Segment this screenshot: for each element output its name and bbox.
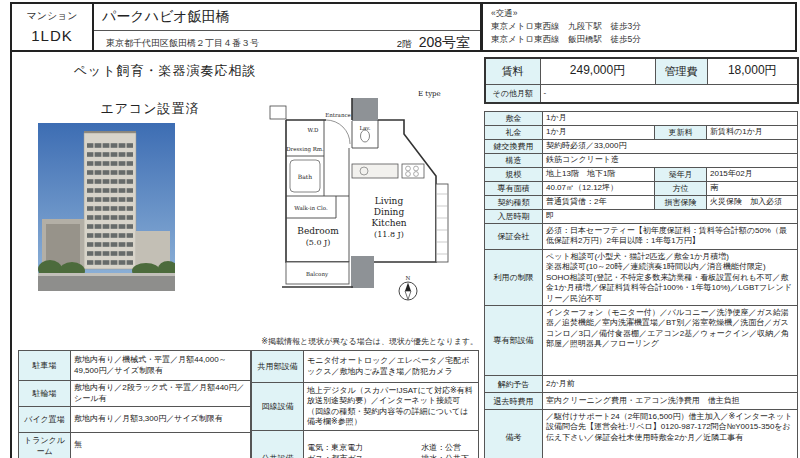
floor-room: 2階208号室 (397, 34, 470, 52)
row-value: 2か月前 (543, 376, 798, 393)
row-value: 即 (543, 210, 798, 224)
property-category: マンション (12, 9, 92, 23)
utilities-right: 水道：公営 排水：公共下水 (421, 443, 475, 458)
sidewalk (38, 273, 175, 276)
row-label: トランクルーム (19, 433, 71, 458)
row-label: 専有面積 (485, 182, 543, 196)
side-terrace (436, 184, 448, 262)
rent-label: 賃料 (485, 58, 540, 84)
rent-value: 249,000円 (540, 58, 655, 84)
kitchen-counter (352, 164, 398, 178)
facilities-table: 共用部設備モニタ付オートロック／エレベータ／宅配ボックス／敷地内ごみ置き場／防犯… (251, 350, 479, 458)
bath-label: Bath (298, 173, 312, 180)
property-sheet: マンション 1LDK パークハビオ飯田橋 東京都千代田区飯田橋２丁目４番３号 2… (0, 0, 800, 458)
balcony-label: Balcony (306, 271, 329, 278)
floor-plan: E type Entra (256, 84, 462, 334)
row-value: ペット相談可(小型犬・猫計2匹迄／敷金1か月積増) 楽器相談可(10～20時／連… (543, 250, 798, 306)
row-value: 室内クリーニング費用・エアコン洗浄費用 借主負担 (543, 393, 798, 410)
row-label: 入居時期 (485, 210, 543, 224)
row-value: 敷地内有り／2段ラック式・平置／月額440円／シール有 (71, 381, 251, 407)
row-value: 無 (71, 433, 251, 458)
room-number: 208号室 (419, 34, 470, 50)
disclaimer-note: ※掲載情報と現状が異なる場合は、現状が優先となります。 (180, 336, 478, 347)
row-value: 敷地内有り／機械式・平置／月額44,000～49,500円／サイズ制限有 (71, 351, 251, 381)
management-fee-label: 管理費 (655, 58, 707, 84)
row-value: 1か月 (543, 112, 798, 126)
row-value: 必須：日本セーフティー【初年度保証料：賃料等合計額の50%（最低保証料2万円）2… (543, 224, 798, 250)
toilet (361, 130, 370, 142)
floor-number: 2階 (397, 38, 412, 49)
ldk-label: Living Dining Kitchen (11.8 J) (371, 196, 406, 239)
svg-text:N: N (406, 275, 411, 281)
other-monthly-value: - (540, 84, 798, 103)
neighbour-block-top (352, 98, 378, 121)
transport-heading: «交通» (491, 7, 787, 20)
sheet-left-border (10, 52, 12, 458)
row-label: 専有部設備 (485, 306, 543, 376)
building-left-facade (46, 224, 80, 266)
parking-table: 駐車場敷地内有り／機械式・平置／月額44,000～49,500円／サイズ制限有 … (18, 350, 251, 458)
compass-icon: N (399, 275, 417, 300)
transport-box: «交通» 東京メトロ東西線 九段下駅 徒歩3分 東京メトロ東西線 飯田橋駅 徒歩… (482, 2, 797, 52)
row-label: 鍵交換費用 (485, 140, 543, 154)
property-address: 東京都千代田区飯田橋２丁目４番３号 (106, 37, 259, 50)
row-value: 1か月 (543, 126, 655, 140)
transport-line-2: 東京メトロ東西線 飯田橋駅 徒歩5分 (491, 33, 787, 46)
row-value: 敷地内有り／月額3,300円／サイズ制限有 (71, 407, 251, 433)
building-windows (87, 139, 133, 265)
row-label: 駐輪場 (19, 381, 71, 407)
row-label: 礼金 (485, 126, 543, 140)
other-monthly-label: その他月額 (485, 84, 540, 103)
row-value: インターフォン（モニター付）／バルコニー／洗浄便座／ガス給湯器／追焚機能／室内洗… (543, 306, 798, 376)
row-label: 築年月 (655, 168, 707, 182)
row-label: 更新料 (655, 126, 707, 140)
row-label: 共用部設備 (252, 351, 304, 383)
walkin-closet-label: Walk-in Clo. (294, 205, 328, 211)
row-value: 40.07㎡（12.12坪） (543, 182, 655, 196)
building-photo (38, 123, 175, 291)
row-label: 敷金 (485, 112, 543, 126)
floorplan-type-label: E type (418, 90, 441, 98)
row-label: 退去時費用 (485, 393, 543, 410)
row-value: 火災保険 加入必須 (707, 196, 798, 210)
details-table: 敷金1か月 礼金1か月 更新料新賃料の1か月 鍵交換費用契約時必須／33,000… (484, 111, 798, 458)
row-value: 地上13階 地下1階 (543, 168, 655, 182)
transport-line-1: 東京メトロ東西線 九段下駅 徒歩3分 (491, 20, 787, 33)
property-title-box: パークハビオ飯田橋 東京都千代田区飯田橋２丁目４番３号 2階208号室 (94, 2, 482, 52)
row-value: ／駆付けサポート24（2年間16,500円）借主加入／※インターネット設備問合先… (543, 410, 798, 458)
row-label: 損害保険 (655, 196, 707, 210)
dressing-room-label: Dressing Rm. (286, 146, 324, 153)
row-value: モニタ付オートロック／エレベータ／宅配ボックス／敷地内ごみ置き場／防犯カメラ (304, 351, 479, 383)
highlight-pets-instruments: ペット飼育・楽器演奏応相談 (25, 62, 305, 80)
management-fee-value: 18,000円 (707, 58, 798, 84)
row-value: 契約時必須／33,000円 (543, 140, 798, 154)
row-label: 公共設備 (252, 431, 304, 458)
row-value: 2015年02月 (707, 168, 798, 182)
svg-text:(5.0 J): (5.0 J) (306, 238, 331, 247)
svg-text:(11.8 J): (11.8 J) (374, 230, 404, 239)
row-label: 利用の制限 (485, 250, 543, 306)
row-label: バイク置場 (19, 407, 71, 433)
highlight-aircon: エアコン設置済 (30, 100, 270, 118)
entrance-label: Entrance (325, 112, 351, 118)
neighbour-block-bottom (351, 256, 374, 288)
price-table: 賃料 249,000円 管理費 18,000円 その他月額 - (484, 57, 799, 104)
wd-label: W.D (308, 127, 319, 133)
entrance-door-arc (326, 120, 350, 144)
row-label: 備考 (485, 410, 543, 458)
row-value: 普通賃貸借：2年 (543, 196, 655, 210)
svg-text:Living: Living (375, 196, 404, 206)
row-value: 鉄筋コンクリート造 (543, 154, 798, 168)
row-value: 新賃料の1か月 (707, 126, 798, 140)
row-label: 構造 (485, 154, 543, 168)
stove (402, 164, 424, 178)
row-label: 駐車場 (19, 351, 71, 381)
meter-box (270, 106, 286, 119)
svg-text:Kitchen: Kitchen (371, 218, 406, 228)
utilities-left: 電気：東京電力 ガス：都市ガス (307, 443, 421, 458)
bedroom-label: Bedroom (5.0 J) (297, 226, 339, 247)
row-label: 保証会社 (485, 224, 543, 250)
room-layout: 1LDK (12, 27, 92, 44)
row-label: 回線設備 (252, 383, 304, 431)
svg-text:Bedroom: Bedroom (297, 226, 339, 236)
